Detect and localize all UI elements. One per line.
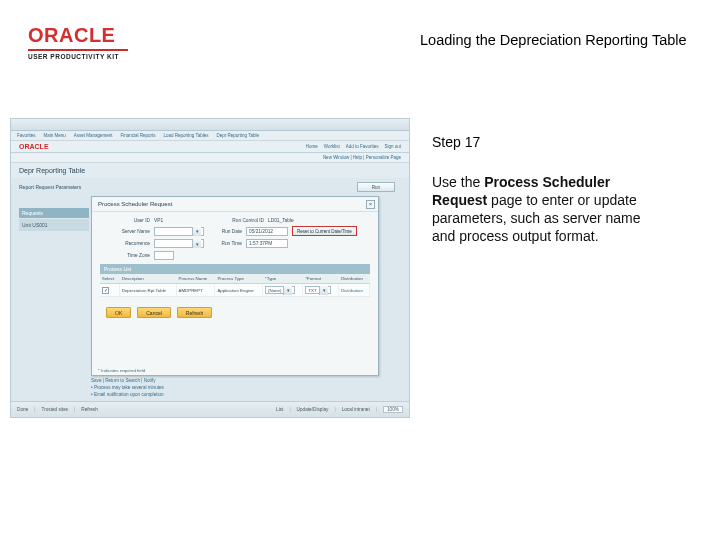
format-value: TXT bbox=[308, 288, 319, 293]
browser-chrome-top bbox=[11, 119, 409, 131]
utility-row: New Window | Help | Personalize Page bbox=[11, 153, 409, 163]
crumb-item: Favorites bbox=[17, 133, 36, 138]
footer-list: List bbox=[276, 407, 283, 412]
col-format: *Format bbox=[303, 274, 339, 284]
chevron-down-icon: ▾ bbox=[192, 227, 201, 236]
process-scheduler-dialog: × Process Scheduler Request User ID VP1 … bbox=[91, 196, 379, 376]
required-footnote: * Indicates required field bbox=[98, 368, 145, 373]
instruction-pre: Use the bbox=[432, 174, 484, 190]
cell-distribution[interactable]: Distribution bbox=[338, 284, 369, 297]
server-name-label: Server Name bbox=[100, 229, 150, 234]
run-time-label: Run Time bbox=[208, 241, 242, 246]
refresh-button[interactable]: Refresh bbox=[177, 307, 213, 318]
col-select: Select bbox=[100, 274, 119, 284]
recurrence-label: Recurrence bbox=[100, 241, 150, 246]
user-id-value: VP1 bbox=[154, 218, 180, 223]
chevron-down-icon: ▾ bbox=[319, 286, 328, 295]
embedded-screenshot: Favorites Main Menu Asset Management Fin… bbox=[10, 118, 410, 418]
cell-process-name: AMDPREPT bbox=[176, 284, 215, 297]
cell-process-type: Application Engine bbox=[215, 284, 263, 297]
run-date-input[interactable]: 05/21/2012 bbox=[246, 227, 288, 236]
user-id-label: User ID bbox=[100, 218, 150, 223]
crumb-item: Asset Management bbox=[74, 133, 113, 138]
oracle-wordmark: ORACLE bbox=[28, 24, 128, 47]
col-process-name: Process Name bbox=[176, 274, 215, 284]
requests-sidebar: Requests Unit US001 bbox=[19, 208, 89, 231]
oracle-mini-logo: ORACLE bbox=[19, 143, 49, 150]
link-home[interactable]: Home bbox=[306, 144, 318, 149]
process-list-table: Select Description Process Name Process … bbox=[100, 274, 370, 297]
timezone-label: Time Zone bbox=[100, 253, 150, 258]
upk-subtitle: USER PRODUCTIVITY KIT bbox=[28, 53, 128, 60]
app-header: ORACLE Home Worklist Add to Favorites Si… bbox=[11, 141, 409, 153]
crumb-item: Main Menu bbox=[44, 133, 66, 138]
brand-rule bbox=[28, 49, 128, 51]
brand-logo: ORACLE USER PRODUCTIVITY KIT bbox=[28, 24, 128, 60]
link-signout[interactable]: Sign out bbox=[384, 144, 401, 149]
chevron-down-icon: ▾ bbox=[283, 286, 292, 295]
run-ctrl-value: LD01_Table bbox=[268, 218, 294, 223]
note-line-1: • Process may take several minutes bbox=[91, 385, 379, 392]
cell-description: Depreciation Rpt Table bbox=[119, 284, 176, 297]
crumb-item: Depr Reporting Table bbox=[217, 133, 259, 138]
run-date-value: 05/21/2012 bbox=[249, 229, 273, 234]
run-ctrl-label: Run Control ID bbox=[214, 218, 264, 223]
chevron-down-icon: ▾ bbox=[192, 239, 201, 248]
col-distribution: Distribution bbox=[338, 274, 369, 284]
actions-line: Save | Return to Search | Notify bbox=[91, 378, 379, 385]
ok-button[interactable]: OK bbox=[106, 307, 131, 318]
col-type: *Type bbox=[263, 274, 303, 284]
breadcrumb: Favorites Main Menu Asset Management Fin… bbox=[11, 131, 409, 141]
timezone-input[interactable] bbox=[154, 251, 174, 260]
link-favorites[interactable]: Add to Favorites bbox=[346, 144, 379, 149]
status-done: Done bbox=[17, 407, 28, 412]
app-links: Home Worklist Add to Favorites Sign out bbox=[306, 144, 401, 149]
status-trusted: Trusted sites bbox=[41, 407, 68, 412]
page-title: Loading the Depreciation Reporting Table bbox=[420, 32, 687, 48]
reset-datetime-button[interactable]: Reset to Current Date/Time bbox=[292, 226, 357, 236]
run-button[interactable]: Run bbox=[357, 182, 395, 192]
footer-intranet: Local intranet bbox=[342, 407, 370, 412]
table-row: ✓ Depreciation Rpt Table AMDPREPT Applic… bbox=[100, 284, 370, 297]
link-worklist[interactable]: Worklist bbox=[324, 144, 340, 149]
select-checkbox[interactable]: ✓ bbox=[102, 287, 109, 294]
note-line-2: • Email notification upon completion bbox=[91, 392, 379, 399]
run-time-input[interactable]: 1:57:37PM bbox=[246, 239, 288, 248]
close-icon[interactable]: × bbox=[366, 200, 375, 209]
server-name-select[interactable]: ▾ bbox=[154, 227, 204, 236]
run-time-value: 1:57:37PM bbox=[249, 241, 272, 246]
type-select[interactable]: (None)▾ bbox=[265, 286, 295, 294]
status-bar: Done | Trusted sites | Refresh List | Up… bbox=[11, 401, 409, 417]
col-description: Description bbox=[119, 274, 176, 284]
status-refresh: Refresh bbox=[81, 407, 97, 412]
type-value: (None) bbox=[268, 288, 283, 293]
crumb-item: Load Reporting Tables bbox=[164, 133, 209, 138]
report-params-label: Report Request Parameters bbox=[19, 184, 81, 190]
run-date-label: Run Date bbox=[208, 229, 242, 234]
requests-header: Requests bbox=[19, 208, 89, 218]
format-select[interactable]: TXT▾ bbox=[305, 286, 331, 294]
zoom-level: 100% bbox=[383, 406, 403, 413]
requests-row: Unit US001 bbox=[19, 219, 89, 231]
col-process-type: Process Type bbox=[215, 274, 263, 284]
dialog-title: Process Scheduler Request bbox=[92, 197, 378, 212]
step-label: Step 17 bbox=[432, 134, 480, 150]
cancel-button[interactable]: Cancel bbox=[137, 307, 171, 318]
crumb-item: Financial Reports bbox=[121, 133, 156, 138]
recurrence-select[interactable]: ▾ bbox=[154, 239, 204, 248]
app-body: Report Request Parameters Run Requests U… bbox=[11, 178, 409, 408]
instruction-text: Use the Process Scheduler Request page t… bbox=[432, 174, 666, 246]
process-list-header: Process List bbox=[100, 264, 370, 274]
app-page-title: Depr Reporting Table bbox=[11, 163, 409, 178]
after-dialog-text: Save | Return to Search | Notify • Proce… bbox=[91, 378, 379, 399]
footer-update: Update/Display bbox=[297, 407, 329, 412]
